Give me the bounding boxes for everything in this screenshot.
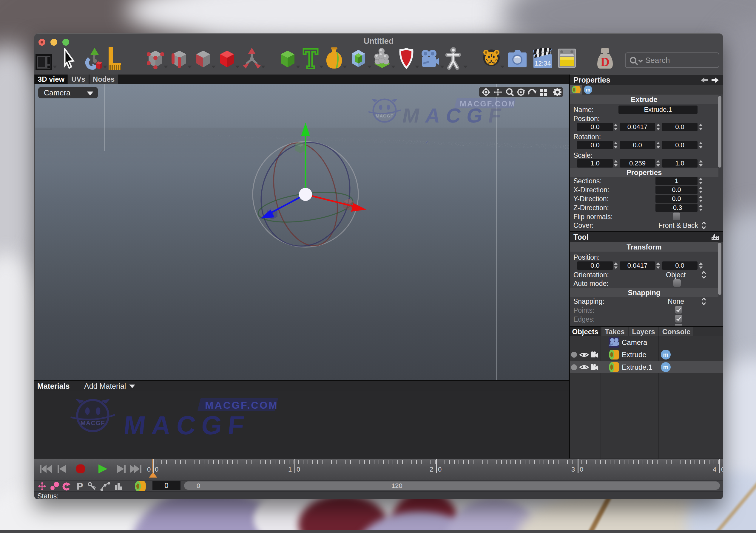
svg-text:D: D xyxy=(601,55,609,69)
svg-text:m: m xyxy=(663,351,669,358)
svg-text:P: P xyxy=(77,482,83,491)
svg-text:m: m xyxy=(586,87,590,93)
svg-text:m: m xyxy=(663,364,669,370)
svg-text:MACGF: MACGF xyxy=(81,419,105,426)
svg-text:MACGF: MACGF xyxy=(376,113,393,118)
svg-text:12:34: 12:34 xyxy=(534,60,551,67)
